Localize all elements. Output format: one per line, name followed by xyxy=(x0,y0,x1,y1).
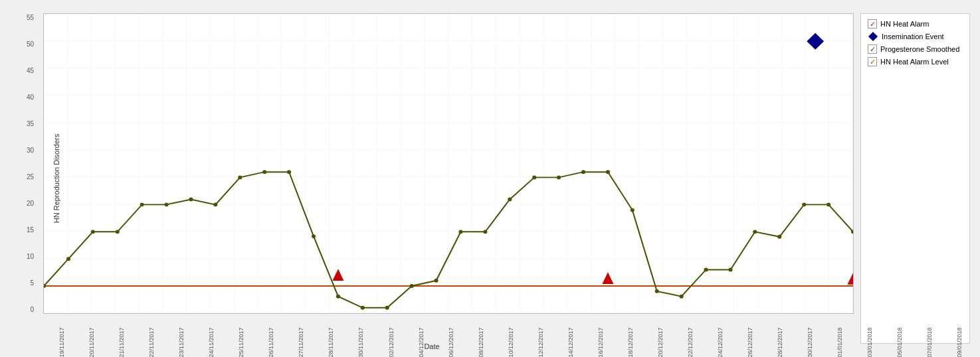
legend-item-progesterone-smoothed: ✓ Progesterone Smoothed xyxy=(868,44,963,54)
y-axis-labels: 55 50 45 40 35 30 25 20 15 10 5 0 xyxy=(17,14,34,313)
svg-point-27 xyxy=(581,170,585,174)
svg-point-37 xyxy=(827,202,831,206)
svg-point-34 xyxy=(753,230,757,234)
legend-item-hn-heat-alarm-level: ✓ HN Heat Alarm Level xyxy=(868,57,963,66)
svg-point-32 xyxy=(704,267,708,271)
svg-point-21 xyxy=(434,279,438,283)
svg-point-6 xyxy=(66,257,70,261)
legend-label-progesterone-smoothed: Progesterone Smoothed xyxy=(880,45,959,53)
svg-point-10 xyxy=(164,202,168,206)
svg-point-35 xyxy=(777,235,781,239)
legend-label-insemination-event: Insemination Event xyxy=(882,33,944,40)
svg-point-8 xyxy=(116,230,120,234)
svg-point-7 xyxy=(91,230,95,234)
svg-point-25 xyxy=(532,175,536,179)
legend-label-hn-heat-alarm: HN Heat Alarm xyxy=(880,20,929,28)
legend-item-insemination-event: Insemination Event xyxy=(868,32,963,41)
svg-point-19 xyxy=(385,306,389,310)
svg-point-31 xyxy=(680,295,684,299)
y-axis-title: HN Reproduction Disorders xyxy=(52,134,60,224)
x-axis-title: Date xyxy=(424,342,439,350)
svg-point-9 xyxy=(140,202,144,206)
legend: ✓ HN Heat Alarm Insemination Event ✓ Pro… xyxy=(860,13,970,344)
svg-point-24 xyxy=(508,197,512,201)
legend-diamond-insemination xyxy=(868,32,878,41)
svg-point-15 xyxy=(287,170,291,174)
legend-checkbox-progesterone[interactable]: ✓ xyxy=(868,44,877,54)
svg-point-13 xyxy=(238,175,242,179)
chart-svg xyxy=(44,14,853,313)
svg-point-26 xyxy=(557,175,561,179)
svg-point-12 xyxy=(213,202,217,206)
plot-area: 55 50 45 40 35 30 25 20 15 10 5 0 xyxy=(43,13,854,314)
svg-point-14 xyxy=(262,170,266,174)
svg-point-17 xyxy=(336,295,340,299)
x-axis-labels: 19/11/2017 20/11/2017 21/11/2017 22/11/2… xyxy=(43,339,854,349)
svg-point-29 xyxy=(631,208,635,212)
legend-checkbox-hn-heat-alarm[interactable]: ✓ xyxy=(868,19,877,29)
legend-checkbox-hn-heat-alarm-level[interactable]: ✓ xyxy=(868,57,877,66)
svg-point-36 xyxy=(802,202,806,206)
svg-point-20 xyxy=(410,284,414,288)
svg-point-30 xyxy=(655,289,659,293)
svg-point-11 xyxy=(189,197,193,201)
svg-point-16 xyxy=(312,234,316,238)
chart-container: HN Reproduction Disorders xyxy=(0,0,980,357)
svg-point-33 xyxy=(728,267,732,271)
svg-point-18 xyxy=(361,306,365,310)
legend-label-hn-heat-alarm-level: HN Heat Alarm Level xyxy=(880,58,949,66)
svg-point-22 xyxy=(458,230,462,234)
svg-point-23 xyxy=(483,230,487,234)
svg-point-28 xyxy=(606,170,610,174)
legend-item-hn-heat-alarm: ✓ HN Heat Alarm xyxy=(868,19,963,29)
